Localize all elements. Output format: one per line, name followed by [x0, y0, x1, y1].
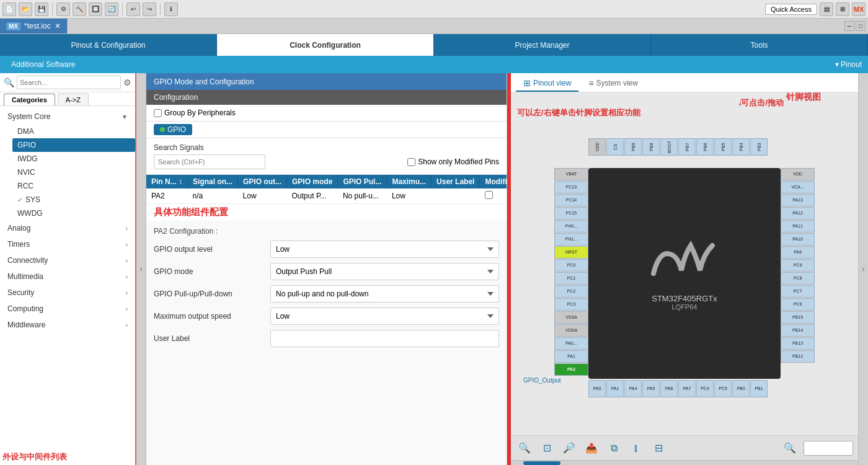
pin-PA12r[interactable]: PA12 [781, 207, 815, 219]
pin-VCAr[interactable]: VCA... [781, 181, 815, 193]
pin-PC15[interactable]: PC15 [554, 207, 588, 219]
save-btn[interactable]: 💾 [35, 2, 48, 16]
col-label[interactable]: User Label [432, 175, 480, 188]
pin-PC0[interactable]: PC0 [554, 259, 588, 272]
h-scrollbar[interactable] [511, 460, 858, 465]
pin-VSSA[interactable]: VSSA [554, 311, 588, 324]
pin-PA11r[interactable]: PA11 [781, 220, 815, 232]
sidebar-item-sys[interactable]: ✓ SYS [12, 193, 135, 206]
pin-PC7r[interactable]: PC7 [781, 285, 815, 298]
select-gpio-mode[interactable]: Output Push Pull Output Open Drain [270, 263, 499, 280]
pin-CS[interactable]: CS [606, 138, 624, 156]
pin-PA0b[interactable]: PA0 [588, 380, 606, 397]
group-by-checkbox[interactable] [154, 109, 162, 117]
sub-nav-pinout[interactable]: ▾ Pinout [835, 60, 862, 69]
layers-btn[interactable]: ⧉ [605, 440, 622, 457]
pin-PA1b[interactable]: PA1 [606, 380, 624, 397]
search-input[interactable] [17, 76, 121, 89]
pin-PB1b[interactable]: PB1 [750, 380, 768, 397]
tab-tools[interactable]: Tools [651, 34, 868, 56]
fit-btn[interactable]: ⊡ [538, 440, 556, 457]
select-pullup[interactable]: No pull-up and no pull-down Pull-up Pull… [270, 285, 499, 303]
pin-PC13[interactable]: PC13 [554, 181, 588, 193]
section-header-system-core[interactable]: System Core ▼ [0, 108, 135, 125]
pin-VDD[interactable]: VDD [588, 138, 606, 156]
export-btn[interactable]: 📤 [583, 440, 600, 457]
pin-search-input[interactable] [804, 441, 853, 456]
pin-PH1[interactable]: PH1... [554, 233, 588, 246]
signals-search-input[interactable] [154, 154, 265, 169]
pin-PC1[interactable]: PC1 [554, 272, 588, 285]
redo-btn[interactable]: ↪ [143, 2, 156, 16]
pin-PA1l[interactable]: PA1 [554, 350, 588, 363]
modified-checkbox[interactable] [485, 191, 493, 199]
pin-PA10r[interactable]: PA10 [781, 233, 815, 246]
maximize-btn[interactable]: □ [856, 21, 866, 31]
col-max[interactable]: Maximu... [387, 175, 432, 188]
section-header-timers[interactable]: Timers › [0, 236, 135, 252]
sidebar-item-wwdg[interactable]: WWDG [12, 206, 135, 220]
build-btn[interactable]: 🔨 [73, 2, 86, 16]
zoom-out-btn[interactable]: 🔎 [560, 440, 578, 457]
sidebar-item-rcc[interactable]: RCC [12, 179, 135, 193]
section-header-connectivity[interactable]: Connectivity › [0, 252, 135, 268]
search-pin-btn[interactable]: 🔍 [781, 440, 799, 457]
sidebar-item-gpio[interactable]: GPIO [12, 138, 135, 152]
open-btn[interactable]: 📂 [19, 2, 32, 16]
pin-PB5[interactable]: PB5 [714, 138, 732, 156]
file-tab[interactable]: MX *test.ioc ✕ [0, 19, 68, 33]
sidebar-item-nvic[interactable]: NVIC [12, 166, 135, 179]
pin-PA7b[interactable]: PA7 [678, 380, 696, 397]
col-output[interactable]: GPIO out... [238, 175, 287, 188]
pin-NRST[interactable]: NRST [554, 246, 588, 259]
pin-VDDr[interactable]: VDD [781, 168, 815, 180]
pin-PB13r[interactable]: PB13 [781, 337, 815, 350]
view-btn2[interactable]: ⊞ [836, 2, 849, 16]
scrollbar-thumb[interactable] [523, 461, 560, 465]
pin-VBAT[interactable]: VBAT [554, 168, 588, 180]
group-by-label[interactable]: Group By Peripherals [154, 108, 236, 117]
pin-PA5b[interactable]: PA5 [642, 380, 660, 397]
settings-icon[interactable]: ⚙ [123, 78, 131, 87]
pin-PC8r[interactable]: PC8 [781, 272, 815, 285]
right-collapse-btn[interactable]: › [858, 73, 868, 465]
col-modified[interactable]: Modified [480, 175, 507, 188]
pin-PB6[interactable]: PB6 [696, 138, 714, 156]
pin-PA9r[interactable]: PA9 [781, 246, 815, 259]
pin-PB15r[interactable]: PB15 [781, 311, 815, 324]
mx-badge-btn[interactable]: MX [852, 2, 866, 16]
show-modified-checkbox[interactable] [407, 158, 415, 166]
col-pull[interactable]: GPIO Pul... [338, 175, 387, 188]
section-header-multimedia[interactable]: Multimedia › [0, 268, 135, 285]
chip-btn[interactable]: 🔲 [89, 2, 102, 16]
sidebar-item-dma[interactable]: DMA [12, 125, 135, 138]
split-btn[interactable]: ⫿ [627, 440, 645, 457]
section-header-computing[interactable]: Computing › [0, 301, 135, 317]
select-output-level[interactable]: Low High [270, 241, 499, 258]
show-modified-label[interactable]: Show only Modified Pins [407, 157, 499, 166]
new-btn[interactable]: 📄 [2, 2, 16, 16]
tab-clock-config[interactable]: Clock Configuration [217, 34, 434, 56]
pin-PC4b[interactable]: PC4 [696, 380, 714, 397]
pin-PA2[interactable]: PA2 [554, 363, 588, 376]
tab-system-view[interactable]: ≡ System view [581, 76, 645, 92]
pin-PB8[interactable]: PB8 [642, 138, 660, 156]
pin-BOOT0[interactable]: BOOT [660, 138, 678, 156]
select-max-speed[interactable]: Low Medium High Very High [270, 308, 499, 325]
pin-PC2[interactable]: PC2 [554, 285, 588, 298]
minimize-btn[interactable]: ─ [844, 21, 854, 31]
tab-categories[interactable]: Categories [4, 94, 55, 105]
sub-nav-additional-software[interactable]: Additional Software [6, 59, 80, 70]
input-user-label[interactable] [270, 330, 499, 347]
pin-PA4b[interactable]: PA4 [624, 380, 642, 397]
tab-pinout-config[interactable]: Pinout & Configuration [0, 34, 217, 56]
pin-VDDA[interactable]: VDDA [554, 324, 588, 337]
refresh-btn[interactable]: 🔄 [105, 2, 118, 16]
pin-PC9r[interactable]: PC9 [781, 259, 815, 272]
pin-PB0b[interactable]: PB0 [732, 380, 750, 397]
gpio-badge[interactable]: GPIO [154, 124, 192, 135]
pin-PB12r[interactable]: PB12 [781, 350, 815, 363]
pin-PH0[interactable]: PH0... [554, 220, 588, 232]
pin-PB3[interactable]: PB3 [750, 138, 768, 156]
section-header-security[interactable]: Security › [0, 285, 135, 301]
